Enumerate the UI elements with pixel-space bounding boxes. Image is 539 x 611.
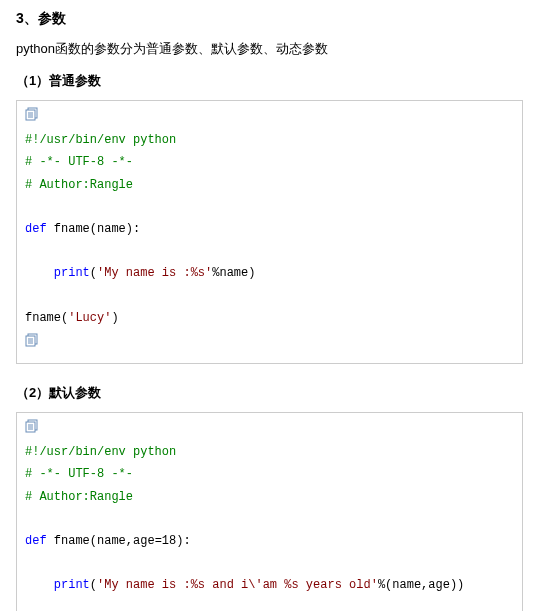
- copy-icon[interactable]: [25, 107, 41, 121]
- code-line: # Author:Rangle: [25, 174, 514, 196]
- code-line: def fname(name):: [25, 218, 514, 240]
- code-line: # Author:Rangle: [25, 486, 514, 508]
- kw-print: print: [54, 578, 90, 592]
- code-line: def fname(name,age=18):: [25, 530, 514, 552]
- code-text: fname(name,age=18):: [47, 534, 191, 548]
- string-literal: 'My name is :%s and i\'am %s years old': [97, 578, 378, 592]
- code-blank-line: [25, 597, 514, 611]
- copy-icon[interactable]: [25, 333, 41, 347]
- string-literal: 'My name is :%s': [97, 266, 212, 280]
- code-text: ): [111, 311, 118, 325]
- code-text: %(name,age)): [378, 578, 464, 592]
- code-blank-line: [25, 508, 514, 530]
- code-line: #!/usr/bin/env python: [25, 441, 514, 463]
- code-line: # -*- UTF-8 -*-: [25, 151, 514, 173]
- code-text: %name): [212, 266, 255, 280]
- kw-def: def: [25, 534, 47, 548]
- code-text: fname(name):: [47, 222, 141, 236]
- code-block-1: #!/usr/bin/env python # -*- UTF-8 -*- # …: [16, 100, 523, 364]
- code-text: (: [90, 578, 97, 592]
- code-line: print('My name is :%s and i\'am %s years…: [25, 574, 514, 596]
- code-blank-line: [25, 196, 514, 218]
- subsection-heading-1: （1）普通参数: [16, 72, 523, 90]
- copy-icon[interactable]: [25, 419, 41, 433]
- code-blank-line: [25, 240, 514, 262]
- code-text: (: [90, 266, 97, 280]
- section-heading: 3、参数: [16, 10, 523, 28]
- intro-text: python函数的参数分为普通参数、默认参数、动态参数: [16, 40, 523, 58]
- subsection-heading-2: （2）默认参数: [16, 384, 523, 402]
- kw-print: print: [54, 266, 90, 280]
- string-literal: 'Lucy': [68, 311, 111, 325]
- code-line: fname('Lucy'): [25, 307, 514, 329]
- code-block-2: #!/usr/bin/env python # -*- UTF-8 -*- # …: [16, 412, 523, 611]
- code-line: #!/usr/bin/env python: [25, 129, 514, 151]
- code-text: fname(: [25, 311, 68, 325]
- code-blank-line: [25, 285, 514, 307]
- code-line: # -*- UTF-8 -*-: [25, 463, 514, 485]
- code-line: print('My name is :%s'%name): [25, 262, 514, 284]
- kw-def: def: [25, 222, 47, 236]
- code-blank-line: [25, 552, 514, 574]
